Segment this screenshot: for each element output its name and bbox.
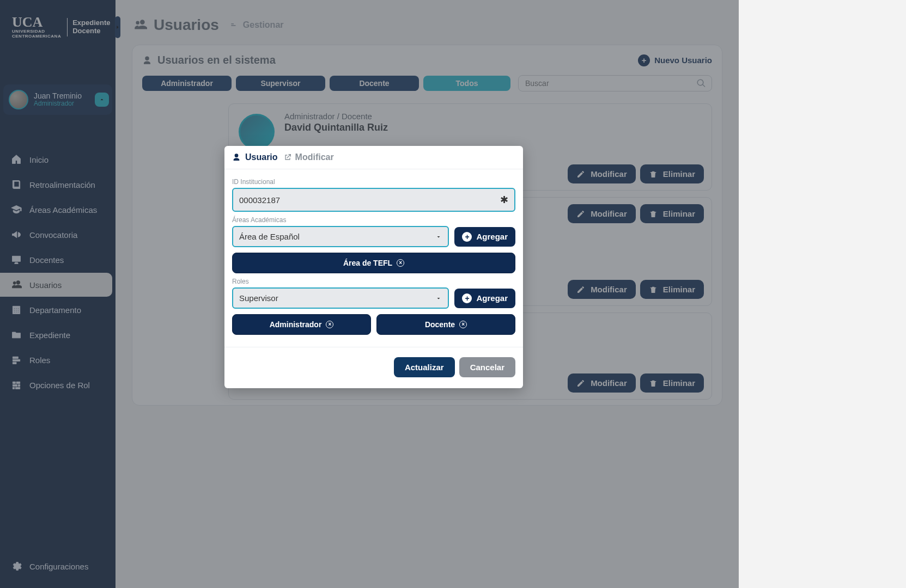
- plus-icon: +: [462, 232, 472, 242]
- remove-icon[interactable]: ×: [397, 259, 404, 267]
- remove-icon[interactable]: ×: [326, 321, 333, 328]
- role-chip[interactable]: Administrador ×: [232, 314, 371, 335]
- areas-selected: Área de Español: [239, 232, 300, 241]
- remove-icon[interactable]: ×: [459, 321, 467, 328]
- area-chip-label: Área de TEFL: [343, 259, 392, 267]
- area-chip[interactable]: Área de TEFL ×: [232, 253, 515, 273]
- roles-label: Roles: [232, 278, 515, 285]
- external-icon: [283, 153, 292, 162]
- modify-user-modal: Usuario Modificar ID Institucional 00003…: [224, 146, 523, 388]
- role-chip-label: Docente: [425, 320, 455, 329]
- modal-title: Usuario Modificar: [224, 146, 523, 169]
- chevron-down-icon: [435, 295, 442, 302]
- add-area-button[interactable]: + Agregar: [454, 227, 515, 247]
- id-label: ID Institucional: [232, 178, 515, 186]
- modal-title-text: Usuario: [245, 152, 278, 162]
- areas-label: Áreas Académicas: [232, 216, 515, 224]
- add-role-button[interactable]: + Agregar: [454, 289, 515, 308]
- id-value: 000032187: [239, 195, 280, 205]
- modal-subtitle: Modificar: [295, 152, 334, 162]
- add-label: Agregar: [476, 293, 508, 303]
- plus-icon: +: [462, 293, 472, 303]
- roles-select[interactable]: Supervisor: [232, 287, 449, 309]
- chevron-down-icon: [435, 234, 442, 240]
- update-button[interactable]: Actualizar: [394, 357, 455, 377]
- cancel-button[interactable]: Cancelar: [459, 357, 515, 377]
- id-input[interactable]: 000032187 ✱: [232, 188, 515, 212]
- add-label: Agregar: [476, 232, 508, 241]
- user-icon: [232, 153, 241, 162]
- role-chip-label: Administrador: [270, 320, 322, 329]
- roles-selected: Supervisor: [239, 293, 278, 303]
- asterisk-icon: ✱: [500, 194, 508, 206]
- areas-select[interactable]: Área de Español: [232, 226, 449, 247]
- role-chip[interactable]: Docente ×: [376, 314, 515, 335]
